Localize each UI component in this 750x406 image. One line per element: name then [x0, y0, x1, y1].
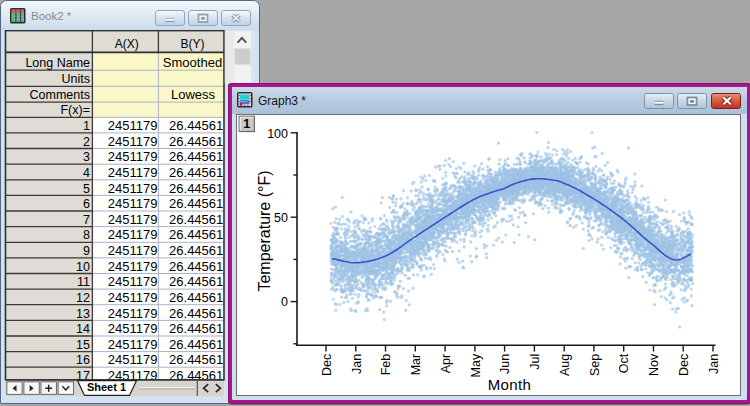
svg-text:26.44561: 26.44561 — [169, 149, 223, 164]
svg-text:14: 14 — [76, 322, 90, 336]
svg-text:26.44561: 26.44561 — [169, 274, 223, 289]
svg-text:Month: Month — [488, 376, 532, 393]
svg-text:Smoothed: Smoothed — [163, 55, 222, 70]
svg-text:13: 13 — [76, 307, 90, 321]
svg-text:8: 8 — [83, 228, 90, 242]
svg-text:Nov: Nov — [647, 353, 661, 376]
svg-text:26.44561: 26.44561 — [169, 306, 223, 321]
svg-text:Units: Units — [62, 72, 90, 86]
svg-text:2: 2 — [83, 135, 90, 149]
svg-text:6: 6 — [83, 197, 90, 211]
svg-text:26.44561: 26.44561 — [169, 243, 223, 258]
svg-text:16: 16 — [76, 353, 90, 367]
svg-text:26.44561: 26.44561 — [169, 181, 223, 196]
svg-text:2451179: 2451179 — [108, 337, 158, 352]
svg-text:Jan: Jan — [350, 354, 364, 374]
svg-text:26.44561: 26.44561 — [169, 259, 223, 274]
svg-text:Feb: Feb — [379, 354, 393, 376]
svg-text:26.44561: 26.44561 — [169, 321, 223, 336]
svg-text:2451179: 2451179 — [108, 149, 158, 164]
svg-text:2451179: 2451179 — [108, 196, 158, 211]
svg-text:0: 0 — [281, 295, 288, 309]
svg-text:Dec: Dec — [320, 354, 334, 376]
svg-text:F(x)=: F(x)= — [60, 103, 90, 117]
svg-text:2451179: 2451179 — [108, 321, 158, 336]
svg-text:2451179: 2451179 — [108, 352, 158, 367]
svg-text:2451179: 2451179 — [108, 227, 158, 242]
svg-text:9: 9 — [83, 244, 90, 258]
svg-text:12: 12 — [76, 291, 90, 305]
svg-text:B(Y): B(Y) — [181, 37, 205, 51]
svg-text:Temperature (°F): Temperature (°F) — [256, 170, 273, 291]
svg-text:100: 100 — [267, 127, 288, 141]
svg-text:50: 50 — [274, 211, 288, 225]
svg-text:2451179: 2451179 — [108, 306, 158, 321]
svg-text:2451179: 2451179 — [108, 290, 158, 305]
svg-text:Jan: Jan — [707, 354, 721, 374]
svg-text:Jun: Jun — [498, 354, 512, 374]
svg-text:Aug: Aug — [558, 354, 572, 376]
svg-text:Lowess: Lowess — [171, 87, 216, 102]
svg-text:2451179: 2451179 — [108, 118, 158, 133]
svg-text:4: 4 — [83, 166, 90, 180]
svg-text:Apr: Apr — [439, 354, 453, 373]
svg-text:A(X): A(X) — [115, 37, 139, 51]
svg-text:26.44561: 26.44561 — [169, 337, 223, 352]
svg-text:Mar: Mar — [409, 354, 423, 376]
svg-text:2451179: 2451179 — [108, 134, 158, 149]
svg-text:Comments: Comments — [30, 88, 90, 102]
svg-text:3: 3 — [83, 150, 90, 164]
svg-text:1: 1 — [83, 119, 90, 133]
svg-text:Long Name: Long Name — [25, 56, 90, 70]
svg-text:26.44561: 26.44561 — [169, 212, 223, 227]
svg-text:26.44561: 26.44561 — [169, 196, 223, 211]
svg-text:2451179: 2451179 — [108, 243, 158, 258]
svg-text:2451179: 2451179 — [108, 165, 158, 180]
svg-text:26.44561: 26.44561 — [169, 118, 223, 133]
svg-text:10: 10 — [76, 260, 90, 274]
svg-text:2451179: 2451179 — [108, 181, 158, 196]
svg-text:May: May — [469, 353, 483, 377]
svg-text:26.44561: 26.44561 — [169, 165, 223, 180]
svg-text:Sheet 1: Sheet 1 — [87, 381, 126, 393]
svg-text:26.44561: 26.44561 — [169, 352, 223, 367]
svg-text:Jul: Jul — [528, 354, 542, 370]
svg-text:15: 15 — [76, 338, 90, 352]
svg-text:11: 11 — [77, 275, 90, 289]
svg-text:26.44561: 26.44561 — [169, 290, 223, 305]
svg-text:7: 7 — [83, 213, 90, 227]
svg-text:2451179: 2451179 — [108, 274, 158, 289]
svg-text:5: 5 — [83, 182, 90, 196]
svg-text:2451179: 2451179 — [108, 212, 158, 227]
svg-text:Sep: Sep — [588, 354, 602, 376]
svg-text:Dec: Dec — [677, 354, 691, 376]
svg-text:Oct: Oct — [617, 353, 631, 373]
svg-text:2451179: 2451179 — [108, 259, 158, 274]
svg-text:1: 1 — [243, 117, 250, 131]
svg-text:26.44561: 26.44561 — [169, 227, 223, 242]
svg-text:26.44561: 26.44561 — [169, 134, 223, 149]
